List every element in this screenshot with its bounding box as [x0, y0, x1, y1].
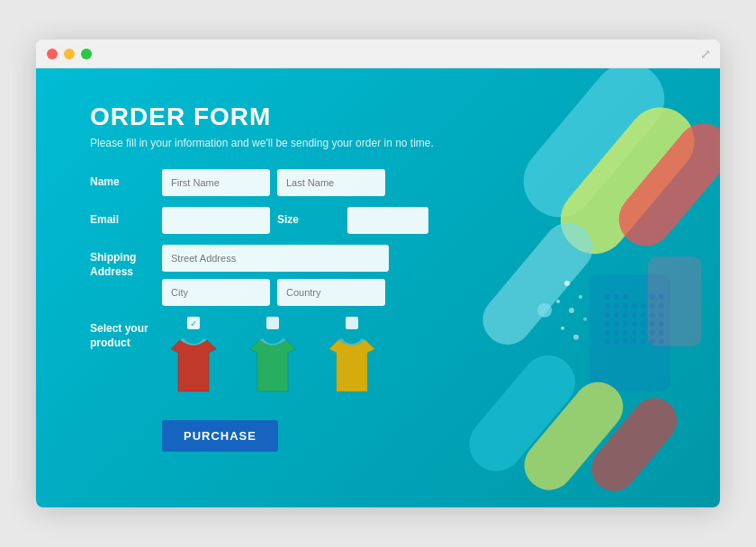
svg-point-53 [569, 308, 574, 313]
product-item-yellow[interactable] [320, 317, 383, 400]
email-label: Email [90, 207, 153, 226]
product-label: Select yourproduct [90, 317, 153, 350]
svg-point-34 [650, 321, 655, 327]
email-input[interactable] [162, 207, 270, 234]
svg-point-54 [583, 318, 587, 321]
product-item-red[interactable]: ✓ [162, 317, 225, 400]
svg-point-40 [641, 330, 646, 336]
svg-point-45 [623, 339, 628, 345]
svg-point-46 [632, 339, 637, 345]
name-fields [162, 169, 495, 196]
svg-point-13 [605, 303, 610, 309]
size-input[interactable] [347, 207, 428, 234]
city-input[interactable] [162, 279, 270, 306]
svg-point-33 [641, 321, 646, 327]
form-subtitle: Please fill in your information and we'l… [90, 137, 495, 149]
street-input[interactable] [162, 245, 389, 272]
svg-point-24 [659, 294, 664, 300]
svg-point-39 [632, 330, 637, 336]
window-expand-dot[interactable] [81, 49, 92, 59]
svg-rect-2 [608, 112, 720, 256]
svg-point-36 [605, 330, 610, 336]
product-checkbox-yellow[interactable] [346, 317, 358, 329]
svg-rect-1 [547, 94, 708, 267]
form-area: ORDER FORM Please fill in your informati… [36, 68, 540, 507]
svg-point-20 [641, 303, 646, 309]
first-name-input[interactable] [162, 169, 270, 196]
svg-point-28 [659, 312, 664, 318]
svg-point-48 [650, 339, 655, 345]
svg-point-32 [632, 321, 637, 327]
svg-point-31 [623, 321, 628, 327]
country-input[interactable] [277, 279, 385, 306]
svg-point-15 [623, 303, 628, 309]
svg-point-51 [579, 295, 582, 299]
product-item-green[interactable] [241, 317, 304, 400]
svg-point-42 [659, 330, 664, 336]
tshirt-green [241, 333, 304, 400]
svg-point-23 [650, 294, 655, 300]
product-checkbox-green[interactable] [266, 317, 279, 329]
svg-point-10 [605, 294, 610, 300]
browser-window: ⤢ [36, 40, 720, 507]
name-label: Name [90, 169, 153, 188]
svg-point-17 [614, 312, 619, 318]
svg-point-19 [632, 312, 637, 318]
svg-point-25 [650, 303, 655, 309]
svg-rect-8 [582, 390, 686, 501]
svg-rect-4 [590, 274, 670, 390]
name-row: Name [90, 169, 495, 196]
svg-point-50 [564, 281, 570, 286]
tshirt-yellow [320, 333, 383, 400]
shipping-row: ShippingAddress [90, 245, 495, 306]
svg-point-22 [641, 312, 646, 318]
expand-icon[interactable]: ⤢ [700, 47, 711, 61]
shipping-label: ShippingAddress [90, 245, 153, 279]
svg-point-55 [561, 327, 564, 330]
size-label: Size [277, 207, 340, 234]
purchase-button[interactable]: PURCHASE [162, 420, 278, 452]
window-close-dot[interactable] [47, 49, 58, 59]
svg-point-14 [614, 303, 619, 309]
product-choices: ✓ [162, 317, 383, 400]
svg-point-27 [650, 312, 655, 318]
svg-point-41 [650, 330, 655, 336]
svg-point-52 [556, 300, 560, 303]
svg-point-29 [605, 321, 610, 327]
product-row: Select yourproduct ✓ [90, 317, 495, 400]
browser-titlebar: ⤢ [36, 40, 720, 68]
email-size-row: Email Size [90, 207, 495, 234]
svg-point-38 [623, 330, 628, 336]
svg-point-49 [659, 339, 664, 345]
svg-point-11 [614, 294, 619, 300]
svg-point-35 [659, 321, 664, 327]
svg-point-16 [605, 312, 610, 318]
svg-point-26 [659, 303, 664, 309]
last-name-input[interactable] [277, 169, 385, 196]
browser-content: ORDER FORM Please fill in your informati… [36, 68, 720, 507]
svg-point-44 [614, 339, 619, 345]
email-size-fields: Size [162, 207, 495, 234]
product-checkbox-red[interactable]: ✓ [187, 317, 200, 329]
svg-point-43 [605, 339, 610, 345]
form-title: ORDER FORM [90, 103, 495, 131]
svg-point-18 [623, 312, 628, 318]
svg-point-30 [614, 321, 619, 327]
svg-point-47 [641, 339, 646, 345]
tshirt-red [162, 333, 225, 400]
svg-point-56 [573, 335, 579, 340]
svg-point-12 [623, 294, 628, 300]
shipping-fields [162, 245, 495, 306]
svg-rect-5 [648, 256, 702, 346]
svg-point-21 [632, 303, 637, 309]
window-minimize-dot[interactable] [64, 49, 75, 59]
svg-point-37 [614, 330, 619, 336]
